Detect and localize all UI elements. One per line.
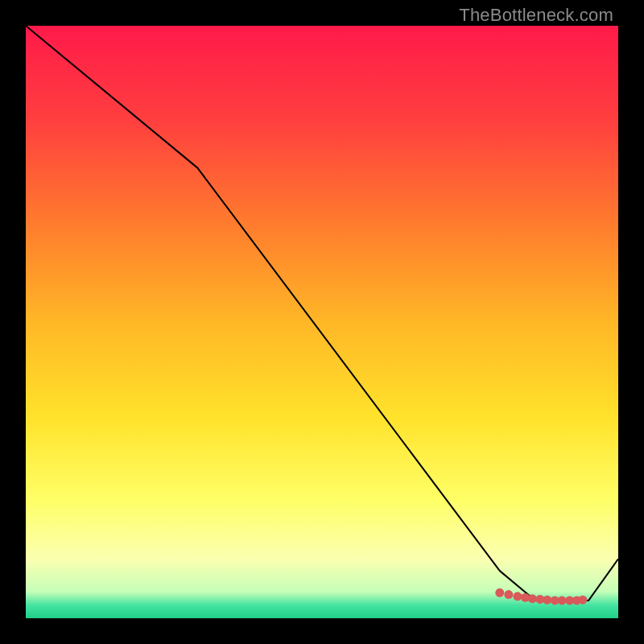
marker-dot: [578, 596, 587, 605]
marker-dot: [513, 592, 522, 601]
bottleneck-chart: [26, 26, 618, 618]
chart-background: [26, 26, 618, 618]
chart-frame: [26, 26, 618, 618]
watermark-text: TheBottleneck.com: [459, 5, 613, 26]
marker-dot: [558, 596, 567, 605]
marker-dot: [495, 588, 504, 597]
marker-dot: [543, 596, 551, 605]
marker-dot: [504, 590, 513, 599]
marker-dot: [528, 594, 537, 603]
